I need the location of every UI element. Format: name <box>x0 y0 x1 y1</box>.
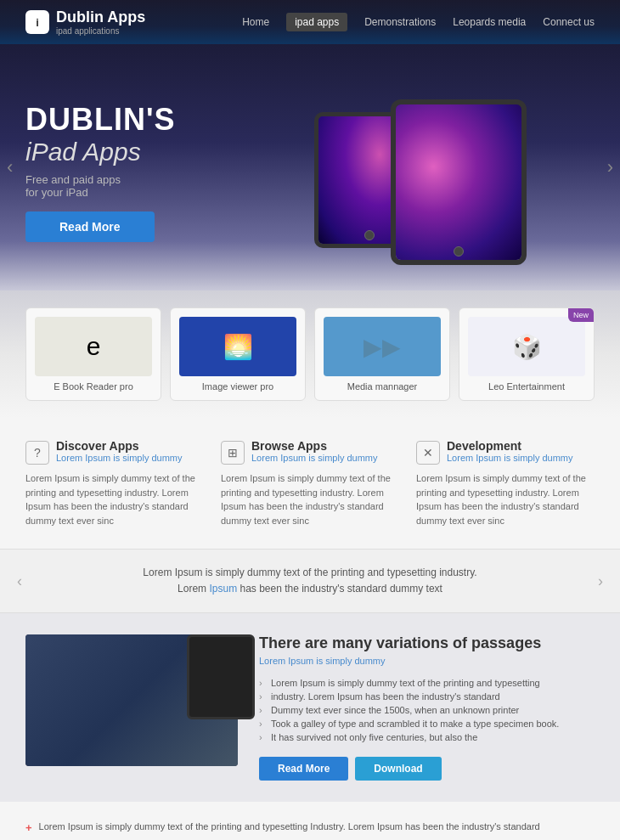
feature-subtitle-discover: Lorem Ipsum is simply dummy <box>56 453 183 463</box>
quote-line1: Lorem Ipsum is simply dummy text of the … <box>143 567 476 578</box>
nav-home[interactable]: Home <box>242 16 269 28</box>
apps-section: e E Book Reader pro 🌅 Image viewer pro ▶… <box>0 290 620 418</box>
video-subtitle: Lorem Ipsum is simply dummy <box>259 656 595 666</box>
app-label-imageviewer: Image viewer pro <box>179 381 296 392</box>
app-label-leo: Leo Entertainment <box>468 381 585 392</box>
quote-ipsum: Ipsum <box>209 583 237 595</box>
feature-header-dev: ✕ Development Lorem Ipsum is simply dumm… <box>416 439 595 465</box>
quote-text: Lorem Ipsum is simply dummy text of the … <box>51 565 569 597</box>
feature-title-browse: Browse Apps <box>251 439 378 453</box>
app-icon-media: ▶▶ <box>324 317 441 376</box>
list-item: Took a galley of type and scrambled it t… <box>259 717 595 730</box>
logo-icon: i <box>25 10 49 34</box>
video-ipad-behind <box>187 634 255 719</box>
hero-images <box>280 78 595 265</box>
app-card-imageviewer[interactable]: 🌅 Image viewer pro <box>170 307 306 401</box>
list-item: It has survived not only five centuries,… <box>259 730 595 744</box>
main-nav: Home ipad apps Demonstrations Leopards m… <box>242 13 595 31</box>
bullets-section: + Lorem Ipsum is simply dummy text of th… <box>0 802 620 840</box>
ipad-screen-large <box>396 104 521 260</box>
feature-title-dev: Development <box>447 439 573 453</box>
feature-text-browse: Lorem Ipsum is simply dummy text of the … <box>221 471 399 527</box>
video-title: There are many variations of passages <box>259 634 595 652</box>
video-section: ▶ There are many variations of passages … <box>0 613 620 802</box>
browse-icon: ⊞ <box>221 441 245 465</box>
app-label-ebook: E Book Reader pro <box>35 381 152 392</box>
app-card-ebook[interactable]: e E Book Reader pro <box>25 307 161 401</box>
feature-header-browse: ⊞ Browse Apps Lorem Ipsum is simply dumm… <box>221 439 399 465</box>
features-section: ? Discover Apps Lorem Ipsum is simply du… <box>0 418 620 549</box>
feature-title-area-browse: Browse Apps Lorem Ipsum is simply dummy <box>251 439 378 463</box>
dev-icon: ✕ <box>416 441 440 465</box>
list-item: Lorem Ipsum is simply dummy text of the … <box>259 676 595 690</box>
video-area: ▶ <box>25 634 238 766</box>
ipad-home-large <box>454 246 464 257</box>
feature-browse: ⊞ Browse Apps Lorem Ipsum is simply dumm… <box>221 439 399 527</box>
hero-section: ‹ DUBLIN'S iPad Apps Free and paid apps … <box>0 44 620 290</box>
feature-text-discover: Lorem Ipsum is simply dummy text of the … <box>25 471 204 527</box>
app-card-leo[interactable]: New 🎲 Leo Entertainment <box>459 307 595 401</box>
feature-text-dev: Lorem Ipsum is simply dummy text of the … <box>416 471 595 527</box>
nav-connect[interactable]: Connect us <box>543 16 595 28</box>
nav-demonstrations[interactable]: Demonstrations <box>364 16 436 28</box>
bullet-text: Lorem Ipsum is simply dummy text of the … <box>39 820 540 834</box>
app-icon-imageviewer: 🌅 <box>179 317 296 376</box>
feature-dev: ✕ Development Lorem Ipsum is simply dumm… <box>416 439 595 527</box>
list-item: Dummy text ever since the 1500s, when an… <box>259 703 595 717</box>
feature-subtitle-browse: Lorem Ipsum is simply dummy <box>251 453 378 463</box>
quote-line2-pre: Lorem <box>178 583 209 595</box>
app-icon-leo: 🎲 <box>468 317 585 376</box>
quote-section: ‹ Lorem Ipsum is simply dummy text of th… <box>0 549 620 613</box>
hero-arrow-left[interactable]: ‹ <box>7 156 13 178</box>
logo-letter: i <box>36 16 39 29</box>
ipad-home-medium <box>364 230 375 240</box>
feature-subtitle-dev: Lorem Ipsum is simply dummy <box>447 453 573 463</box>
new-badge: New <box>568 308 594 322</box>
feature-discover: ? Discover Apps Lorem Ipsum is simply du… <box>25 439 204 527</box>
hero-arrow-right[interactable]: › <box>607 156 613 178</box>
feature-title-discover: Discover Apps <box>56 439 183 453</box>
logo-area: i Dublin Apps ipad applications <box>25 8 145 36</box>
video-buttons: Read More Download <box>259 757 595 781</box>
app-label-media: Media mannager <box>324 381 441 392</box>
app-icon-ebook: e <box>35 317 152 376</box>
feature-title-area-dev: Development Lorem Ipsum is simply dummy <box>447 439 573 463</box>
hero-content: DUBLIN'S iPad Apps Free and paid apps fo… <box>25 102 280 242</box>
quote-line2-post: has been the industry's standard dummy t… <box>237 583 442 595</box>
ipad-large <box>391 99 527 265</box>
hero-cta-button[interactable]: Read More <box>25 211 155 242</box>
hero-title-sub: iPad Apps <box>25 138 280 166</box>
hero-desc-line1: Free and paid apps <box>25 173 121 186</box>
feature-title-area-discover: Discover Apps Lorem Ipsum is simply dumm… <box>56 439 183 463</box>
read-more-button[interactable]: Read More <box>259 757 348 781</box>
app-name: Dublin Apps <box>56 8 145 25</box>
hero-desc-line2: for your iPad <box>25 186 88 199</box>
hero-desc: Free and paid apps for your iPad <box>25 173 280 199</box>
list-item: industry. Lorem Ipsum has been the indus… <box>259 690 595 703</box>
quote-arrow-right[interactable]: › <box>598 572 603 590</box>
nav-ipad-apps[interactable]: ipad apps <box>286 13 347 31</box>
nav-leopards[interactable]: Leopards media <box>453 16 526 28</box>
header: i Dublin Apps ipad applications Home ipa… <box>0 0 620 44</box>
discover-icon: ? <box>25 441 49 465</box>
feature-header-discover: ? Discover Apps Lorem Ipsum is simply du… <box>25 439 204 465</box>
quote-arrow-left[interactable]: ‹ <box>17 572 22 590</box>
app-subtitle: ipad applications <box>56 26 145 36</box>
bullet-cross-icon: + <box>25 820 32 837</box>
video-content: There are many variations of passages Lo… <box>259 634 595 781</box>
logo-text: Dublin Apps ipad applications <box>56 8 145 36</box>
app-card-media[interactable]: ▶▶ Media mannager <box>314 307 450 401</box>
download-button[interactable]: Download <box>355 757 441 781</box>
bullet-item: + Lorem Ipsum is simply dummy text of th… <box>25 815 595 840</box>
hero-title-main: DUBLIN'S <box>25 102 280 138</box>
video-list: Lorem Ipsum is simply dummy text of the … <box>259 676 595 744</box>
